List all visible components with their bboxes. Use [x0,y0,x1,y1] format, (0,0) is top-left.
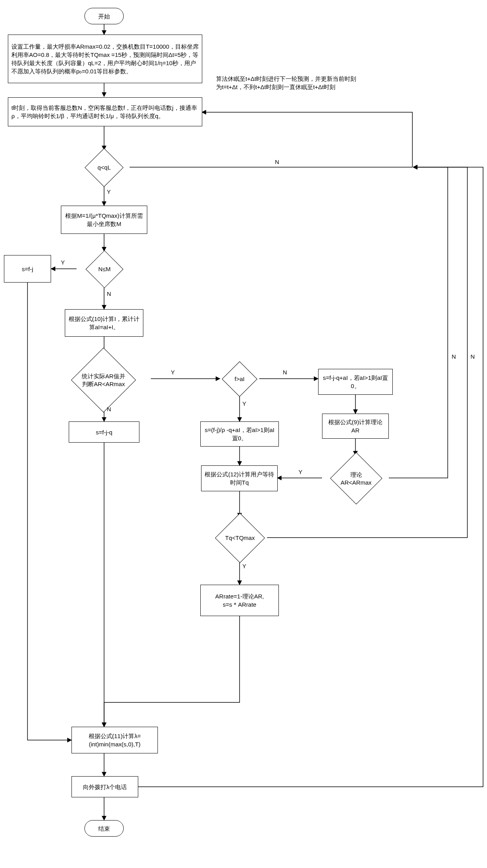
process-calc-I: 根据公式(10)计算I，累计计算aI=aI+I。 [65,309,143,337]
label-y: Y [171,369,175,376]
label-n: N [283,369,287,376]
decision-f-gt-aI: f>aI [222,361,258,397]
decision-q-lt-qL: q<qL [85,148,124,187]
process-calc-theo-AR: 根据公式(9)计算理论AR [322,414,389,439]
label-y: Y [107,188,111,195]
label-n: N [107,406,111,412]
branch-b-text: s=f-j-q+aI，若aI>1则aI置0。 [322,374,389,390]
calc-I-text: 根据公式(10)计算I，累计计算aI=aI+I。 [68,315,140,331]
label-y: Y [298,469,302,475]
decision-theoAR: 理论AR<ARmax [330,452,383,505]
AR-lt-ARmax-text: 统计实际AR值并判断AR<ARmax [81,372,126,388]
sleep-text: 算法休眠至t+Δt时刻进行下一轮预测，并更新当前时刻为t=t+Δt，不到t+Δt… [216,75,356,90]
end-label: 结束 [98,824,110,833]
q-lt-qL-text: q<qL [97,164,111,171]
process-calc-M: 根据M=1/(μ*TQmax)计算所需最小坐席数M [61,206,147,234]
N-le-M-text: N≤M [98,265,111,273]
terminator-end: 结束 [84,820,124,837]
label-y: Y [242,563,246,569]
process-dial: 向外拨打λ个电话 [71,776,138,797]
process-sample-state: t时刻，取得当前客服总数N，空闲客服总数f，正在呼叫电话数j，接通率ρ，平均响铃… [8,97,202,126]
start-label: 开始 [98,12,110,20]
label-n: N [452,353,456,360]
calc-M-text: 根据M=1/(μ*TQmax)计算所需最小坐席数M [64,212,144,228]
label-y: Y [61,259,65,266]
s-eq-fjq-text: s=f-j-q [96,428,112,436]
calc-Tq-text: 根据公式(12)计算用户等待时间Tq [205,470,274,487]
dial-text: 向外拨打λ个电话 [83,783,127,791]
label-n: N [471,353,475,360]
apply-rate-text: ARrate=1-理论AR, s=s＊ARrate [215,592,264,609]
flowchart-canvas: 开始 设置工作量，最大呼损率ARmax=0.02，交换机数目T=10000，目标… [0,0,487,868]
process-apply-rate: ARrate=1-理论AR, s=s＊ARrate [200,585,279,616]
decision-N-le-M: N≤M [86,250,123,288]
f-gt-aI-text: f>aI [234,375,244,383]
annotation-sleep: 算法休眠至t+Δt时刻进行下一轮预测，并更新当前时刻为t=t+Δt，不到t+Δt… [216,75,361,91]
process-branch-b: s=f-j-q+aI，若aI>1则aI置0。 [318,369,393,395]
decision-Tq: Tq<TQmax [215,513,265,563]
process-s-eq-fj: s=f-j [4,255,51,283]
process-branch-a: s=(f-j)/ρ -q+aI，若aI>1则aI置0。 [200,421,279,447]
label-y: Y [242,400,246,407]
sample-state-text: t时刻，取得当前客服总数N，空闲客服总数f，正在呼叫电话数j，接通率ρ，平均响铃… [11,104,199,120]
process-calc-lambda: 根据公式(11)计算λ=(int)min(max(s,0),T) [71,727,158,753]
Tq-text: Tq<TQmax [225,534,254,542]
s-eq-fj-text: s=f-j [22,265,33,273]
terminator-start: 开始 [84,8,124,24]
process-s-eq-fjq: s=f-j-q [69,421,139,443]
decision-AR-lt-ARmax: 统计实际AR值并判断AR<ARmax [71,348,136,412]
process-init-params: 设置工作量，最大呼损率ARmax=0.02，交换机数目T=10000，目标坐席利… [8,35,202,83]
init-params-text: 设置工作量，最大呼损率ARmax=0.02，交换机数目T=10000，目标坐席利… [11,42,199,75]
process-calc-Tq: 根据公式(12)计算用户等待时间Tq [201,465,278,491]
label-n: N [275,159,279,165]
calc-lambda-text: 根据公式(11)计算λ=(int)min(max(s,0),T) [75,732,154,748]
branch-a-text: s=(f-j)/ρ -q+aI，若aI>1则aI置0。 [204,426,275,442]
theoAR-text: 理论AR<ARmax [338,471,374,486]
calc-theo-AR-text: 根据公式(9)计算理论AR [326,418,385,434]
label-n: N [107,290,111,297]
